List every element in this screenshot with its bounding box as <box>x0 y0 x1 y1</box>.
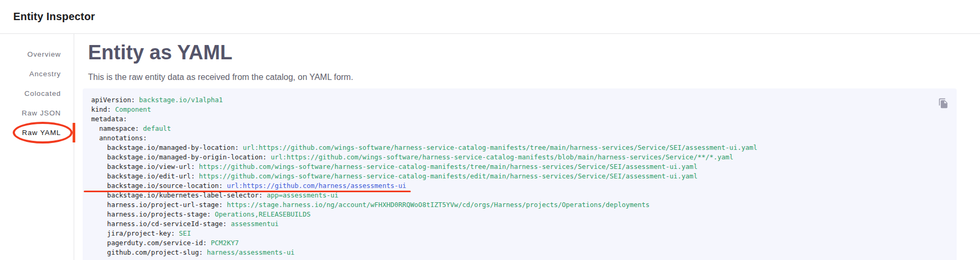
yaml-key: pagerduty.com/service-id: <box>91 239 207 247</box>
yaml-value: assessmentui <box>231 220 278 228</box>
yaml-line: backstage.io/managed-by-location: url:ht… <box>91 143 948 153</box>
yaml-key: harness.io/cd-serviceId-stage: <box>91 220 227 228</box>
yaml-line: backstage.io/kubernetes-label-selector: … <box>91 191 948 200</box>
yaml-line: backstage.io/view-url: https://github.co… <box>91 162 948 172</box>
yaml-key: github.com/project-slug: <box>91 248 203 256</box>
annotation-underlined-line: backstage.io/source-location: url:https:… <box>91 181 407 191</box>
yaml-line: harness.io/cd-serviceId-stage: assessmen… <box>91 219 948 229</box>
page-subtitle: This is the raw entity data as received … <box>88 73 957 82</box>
yaml-line: harness.io/projects-stage: Operations,RE… <box>91 210 948 219</box>
yaml-value: url:https://github.com/wings-software/ha… <box>243 144 757 151</box>
yaml-key: harness.io/projects-stage: <box>91 210 211 218</box>
yaml-key: jira/project-key: <box>91 229 175 237</box>
yaml-line: backstage.io/edit-url: https://github.co… <box>91 172 948 181</box>
tab-label: Raw YAML <box>22 129 61 137</box>
yaml-value: Operations,RELEASEBUILDS <box>215 210 311 218</box>
tab-overview[interactable]: Overview <box>0 44 74 64</box>
yaml-value: backstage.io/v1alpha1 <box>139 96 223 104</box>
copy-button[interactable] <box>937 97 950 110</box>
yaml-key: backstage.io/edit-url: <box>91 172 195 180</box>
dialog-title: Entity Inspector <box>13 11 980 23</box>
yaml-key: backstage.io/managed-by-location: <box>91 144 239 151</box>
page-title: Entity as YAML <box>88 41 957 65</box>
dialog-body: OverviewAncestryColocatedRaw JSONRaw YAM… <box>0 34 980 260</box>
yaml-value: PCM2KY7 <box>211 239 239 247</box>
yaml-value: url:https://github.com/harness/assessmen… <box>227 182 407 190</box>
yaml-line: backstage.io/source-location: url:https:… <box>91 181 948 191</box>
yaml-key: metadata: <box>91 115 127 123</box>
tab-label: Overview <box>28 50 61 58</box>
yaml-value: url:https://github.com/wings-software/ha… <box>271 153 734 161</box>
tab-panel-raw-yaml: Entity as YAML This is the raw entity da… <box>74 34 980 260</box>
yaml-key: backstage.io/view-url: <box>91 163 195 171</box>
yaml-value: Component <box>115 105 151 113</box>
tab-label: Raw JSON <box>22 109 61 117</box>
tab-label: Colocated <box>24 89 61 97</box>
yaml-value: https://stage.harness.io/ng/account/wFHX… <box>227 201 650 209</box>
yaml-key: backstage.io/kubernetes-label-selector: <box>91 191 263 199</box>
yaml-key: annotations: <box>91 134 147 142</box>
tab-raw-json[interactable]: Raw JSON <box>0 103 74 123</box>
yaml-value: https://github.com/wings-software/harnes… <box>199 172 698 180</box>
entity-inspector-dialog: Entity Inspector OverviewAncestryColocat… <box>0 0 980 260</box>
copy-icon <box>938 98 949 109</box>
yaml-line: harness.io/project-url-stage: https://st… <box>91 200 948 210</box>
inspector-tab-list: OverviewAncestryColocatedRaw JSONRaw YAM… <box>0 34 74 260</box>
tab-ancestry[interactable]: Ancestry <box>0 64 74 84</box>
yaml-line: backstage.io/managed-by-origin-location:… <box>91 153 948 162</box>
tab-colocated[interactable]: Colocated <box>0 84 74 103</box>
yaml-line: namespace: default <box>91 124 948 133</box>
yaml-value: SEI <box>179 229 191 237</box>
yaml-value: app=assessments-ui <box>267 191 338 199</box>
yaml-line: github.com/project-slug: harness/assessm… <box>91 248 948 257</box>
yaml-line: pagerduty.com/service-id: PCM2KY7 <box>91 238 948 248</box>
yaml-key: backstage.io/source-location: <box>91 182 223 190</box>
yaml-code-block: apiVersion: backstage.io/v1alpha1kind: C… <box>83 88 957 260</box>
yaml-line: jira/project-key: SEI <box>91 229 948 238</box>
yaml-line: annotations: <box>91 133 948 143</box>
yaml-key: backstage.io/managed-by-origin-location: <box>91 153 267 161</box>
yaml-line: metadata: <box>91 114 948 124</box>
dialog-header: Entity Inspector <box>0 0 980 34</box>
active-tab-indicator <box>73 123 75 142</box>
yaml-value: https://github.com/wings-software/harnes… <box>199 163 698 171</box>
tab-label: Ancestry <box>29 70 61 78</box>
yaml-key: kind: <box>91 105 111 113</box>
tab-raw-yaml[interactable]: Raw YAML <box>0 123 74 142</box>
yaml-key: namespace: <box>91 124 139 132</box>
yaml-line: apiVersion: backstage.io/v1alpha1 <box>91 95 948 105</box>
yaml-content: apiVersion: backstage.io/v1alpha1kind: C… <box>91 95 948 257</box>
yaml-value: harness/assessments-ui <box>207 248 295 256</box>
yaml-value: default <box>143 124 171 132</box>
yaml-line: kind: Component <box>91 105 948 114</box>
yaml-key: apiVersion: <box>91 96 135 104</box>
yaml-key: harness.io/project-url-stage: <box>91 201 223 209</box>
